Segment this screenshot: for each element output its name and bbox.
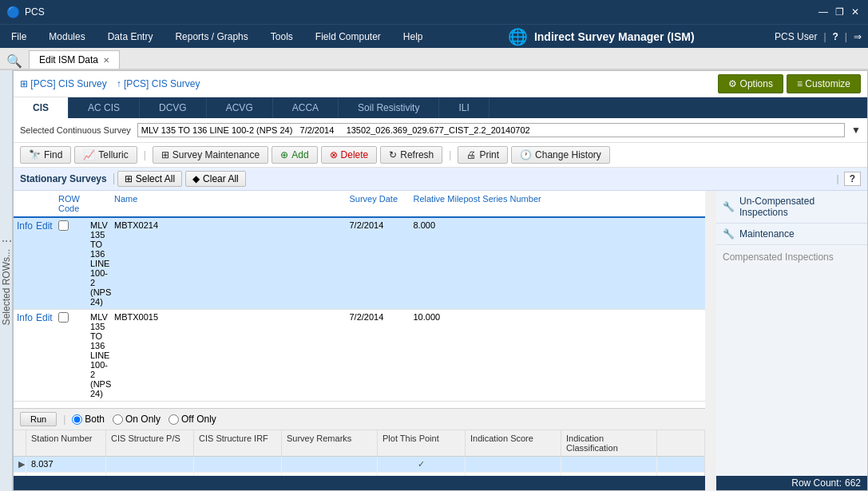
status-bar: Row Count: 662 xyxy=(14,476,867,490)
clear-all-button[interactable]: ◆ Clear All xyxy=(185,171,246,187)
radio-on-only[interactable]: On Only xyxy=(113,414,161,425)
toolbar-sep-2: | xyxy=(449,149,451,160)
minimize-button[interactable]: — xyxy=(817,6,830,18)
info-link-2[interactable]: Info xyxy=(17,312,33,398)
run-button[interactable]: Run xyxy=(20,412,57,426)
radio-both[interactable]: Both xyxy=(72,414,105,425)
survey-link-2[interactable]: ↑ [PCS] CIS Survey xyxy=(117,78,200,89)
survey-selector-dropdown[interactable]: ▼ xyxy=(851,125,861,136)
menu-help[interactable]: Help xyxy=(398,28,428,46)
row1-milepost: 8.000 xyxy=(409,218,481,309)
toolbar: 🔭 Find 📈 Telluric | ⊞ Survey Maintenance… xyxy=(14,143,867,168)
col-milepost: Relative Milepost Series Number xyxy=(409,191,716,216)
data-row-0[interactable]: ▶ 8.037 ✓ xyxy=(14,457,704,473)
row1-row-code: MLV 135 TO 136 LINE 100-2 (NPS 24) xyxy=(85,218,109,309)
selected-rows-sidebar[interactable]: Selected ROWs... ⋮ xyxy=(0,70,13,491)
restore-button[interactable]: ❐ xyxy=(833,6,846,18)
print-button[interactable]: 🖨 Print xyxy=(458,146,508,164)
data-table-inner: Station Number CIS Structure P/S CIS Str… xyxy=(14,430,704,476)
add-button[interactable]: ⊕ Add xyxy=(271,146,317,164)
app-icon: 🔵 xyxy=(6,6,20,18)
side-panel: 🔧 Un-Compensated Inspections 🔧 Maintenan… xyxy=(715,191,867,476)
row1-checkbox[interactable] xyxy=(54,218,85,309)
top-header: ⊞ [PCS] CIS Survey ↑ [PCS] CIS Survey ⚙ … xyxy=(14,71,867,97)
nav-tab-cis[interactable]: CIS xyxy=(14,97,69,118)
close-button[interactable]: ✕ xyxy=(849,6,862,18)
change-history-button[interactable]: 🕐 Change History xyxy=(511,146,610,164)
help-button[interactable]: ? xyxy=(844,172,861,186)
title-bar-controls: — ❐ ✕ xyxy=(817,6,862,18)
menu-field-computer[interactable]: Field Computer xyxy=(311,28,386,46)
info-link-1[interactable]: Info xyxy=(17,220,33,307)
search-icon[interactable]: 🔍 xyxy=(6,53,22,69)
survey-maintenance-button[interactable]: ⊞ Survey Maintenance xyxy=(153,146,268,164)
menu-tools[interactable]: Tools xyxy=(266,28,298,46)
toolbar-sep-1: | xyxy=(144,149,146,160)
menu-reports-graphs[interactable]: Reports / Graphs xyxy=(170,28,252,46)
customize-button[interactable]: ≡ Customize xyxy=(787,74,861,93)
row2-checkbox[interactable] xyxy=(54,310,85,401)
refresh-icon: ↻ xyxy=(389,149,397,160)
menu-modules[interactable]: Modules xyxy=(44,28,89,46)
nav-tab-dcvg[interactable]: DCVG xyxy=(140,97,207,118)
side-panel-uncompensated[interactable]: 🔧 Un-Compensated Inspections xyxy=(716,191,867,224)
delete-button[interactable]: ⊗ Delete xyxy=(321,146,378,164)
table-area: ROW Code Name Survey Date Relative Milep… xyxy=(14,191,867,476)
binoculars-icon: 🔭 xyxy=(29,149,41,160)
row2-name: MBTX0015 xyxy=(109,310,345,401)
chart-icon: 📈 xyxy=(83,149,95,160)
search-icon-area[interactable]: 🔍 xyxy=(6,53,22,69)
find-button[interactable]: 🔭 Find xyxy=(20,146,71,164)
survey-row-2: Info Edit MLV 135 TO 136 LINE 100-2 (NPS… xyxy=(14,310,715,402)
main-content: Selected ROWs... ⋮ ⊞ [PCS] CIS Survey ↑ … xyxy=(0,70,868,491)
tab-close-button[interactable]: ✕ xyxy=(103,56,109,65)
menu-bar: File Modules Data Entry Reports / Graphs… xyxy=(0,24,868,48)
remarks-0 xyxy=(282,457,378,472)
nav-tab-acvg[interactable]: ACVG xyxy=(207,97,273,118)
row1-date: 7/2/2014 xyxy=(345,218,409,309)
select-all-button[interactable]: ⊞ Select All xyxy=(117,171,182,187)
side-panel-uncompensated-label: Un-Compensated Inspections xyxy=(739,196,861,218)
logout-icon[interactable]: ⇒ xyxy=(854,31,862,42)
row2-milepost: 10.000 xyxy=(409,310,481,401)
radio-off-only[interactable]: Off Only xyxy=(168,414,216,425)
side-panel-maintenance[interactable]: 🔧 Maintenance xyxy=(716,224,867,245)
app-title: PCS xyxy=(25,6,45,18)
nav-tab-ili[interactable]: ILI xyxy=(439,97,489,118)
compensated-label: Compensated Inspections xyxy=(716,245,867,269)
print-icon: 🖨 xyxy=(466,149,476,160)
edit-link-2[interactable]: Edit xyxy=(36,312,53,398)
telluric-button[interactable]: 📈 Telluric xyxy=(74,146,137,164)
survey-table-scrollbar xyxy=(705,191,716,476)
menu-data-entry[interactable]: Data Entry xyxy=(103,28,158,46)
data-col-station: Station Number xyxy=(26,430,106,456)
data-col-cis-irf: CIS Structure IRF xyxy=(194,430,282,456)
nav-tab-ac-cis[interactable]: AC CIS xyxy=(69,97,140,118)
nav-tab-acca[interactable]: ACCA xyxy=(273,97,339,118)
row1-name: MBTX0214 xyxy=(109,218,345,309)
tab-label: Edit ISM Data xyxy=(39,54,98,65)
title-bar: 🔵 PCS — ❐ ✕ xyxy=(0,0,868,24)
menu-file[interactable]: File xyxy=(6,28,31,46)
expand-0[interactable]: ▶ xyxy=(14,457,26,472)
survey-selector-input[interactable] xyxy=(137,123,845,137)
side-panel-maintenance-label: Maintenance xyxy=(739,228,795,240)
options-button[interactable]: ⚙ Options xyxy=(718,74,783,93)
data-table-wrapper: Station Number CIS Structure P/S CIS Str… xyxy=(14,430,715,476)
survey-breadcrumb: ⊞ [PCS] CIS Survey ↑ [PCS] CIS Survey xyxy=(20,78,200,89)
edit-link-1[interactable]: Edit xyxy=(36,220,53,307)
help-icon[interactable]: ? xyxy=(833,31,838,42)
refresh-button[interactable]: ↻ Refresh xyxy=(380,146,442,164)
nav-tab-soil[interactable]: Soil Resistivity xyxy=(339,97,439,118)
bottom-section: Run | Both On Only xyxy=(14,408,715,476)
col-row-code: ROW Code xyxy=(54,191,85,216)
globe-icon: 🌐 xyxy=(508,27,528,46)
survey-link-1[interactable]: ⊞ [PCS] CIS Survey xyxy=(20,78,107,89)
delete-icon: ⊗ xyxy=(330,149,338,160)
radio-group: Both On Only Off Only xyxy=(72,414,216,425)
col-name: Name xyxy=(109,191,345,216)
data-col-indication: Indication Score xyxy=(466,430,561,456)
survey-table-header: ROW Code Name Survey Date Relative Milep… xyxy=(14,191,715,218)
tab-edit-ism-data[interactable]: Edit ISM Data ✕ xyxy=(29,50,120,69)
clock-icon: 🕐 xyxy=(520,149,532,160)
